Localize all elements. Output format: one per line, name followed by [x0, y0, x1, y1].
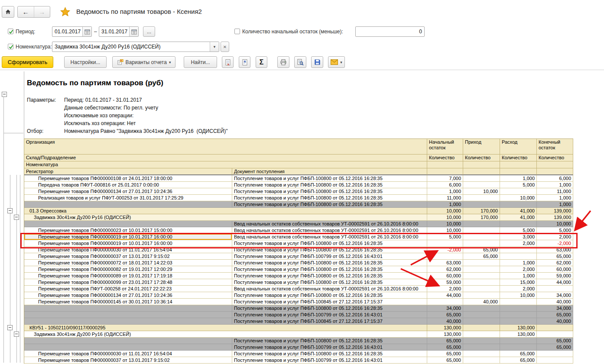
- document-cell[interactable]: Поступление товаров и услуг ПФБП-100845 …: [232, 299, 427, 305]
- value-cell[interactable]: 60,000: [537, 266, 573, 273]
- nomenclature-checkbox[interactable]: [8, 44, 13, 49]
- document-cell[interactable]: Поступление товаров и услуг ПФБП-100800 …: [232, 273, 427, 279]
- document-cell[interactable]: Поступление товаров и услуг ПФБП-100799 …: [232, 253, 427, 260]
- group-cell[interactable]: КВУ51 - 10502110/090117/0000295: [24, 325, 427, 331]
- value-cell[interactable]: 34,000: [537, 305, 573, 312]
- document-cell[interactable]: Поступление товаров и услуг ПФБП-100800 …: [232, 201, 427, 208]
- registrator-cell[interactable]: Перемещение товаров ПФ000000134 от 27.01…: [24, 188, 232, 195]
- document-cell[interactable]: Поступление товаров и услуг ПФБП-100800 …: [232, 351, 427, 357]
- value-cell[interactable]: 5,000: [500, 227, 537, 234]
- registrator-cell[interactable]: [24, 312, 232, 318]
- value-cell[interactable]: [463, 175, 500, 182]
- document-cell[interactable]: Ввод начальных остатков собственных това…: [232, 234, 427, 240]
- value-cell[interactable]: 59,000: [537, 273, 573, 279]
- header-expense[interactable]: Расход: [500, 139, 537, 155]
- value-cell[interactable]: 11,000: [427, 195, 463, 201]
- registrator-cell[interactable]: [24, 221, 232, 227]
- document-cell[interactable]: Поступление товаров и услуг ПФБП-100800 …: [232, 305, 427, 312]
- value-cell[interactable]: [500, 201, 537, 208]
- value-cell[interactable]: [463, 221, 500, 227]
- expand-groups-button[interactable]: a: [222, 56, 234, 68]
- value-cell[interactable]: [463, 325, 500, 331]
- value-cell[interactable]: 65,000: [500, 351, 537, 357]
- header-warehouse[interactable]: Склад/Подразделение: [24, 155, 427, 161]
- document-cell[interactable]: Поступление товаров и услуг ПФБП-100800 …: [232, 266, 427, 273]
- send-by-email-button[interactable]: ▾: [328, 56, 345, 68]
- value-cell[interactable]: -2,000: [427, 247, 463, 253]
- registrator-cell[interactable]: [24, 338, 232, 344]
- value-cell[interactable]: [500, 305, 537, 312]
- value-cell[interactable]: [427, 253, 463, 260]
- value-cell[interactable]: 139,000: [537, 208, 573, 214]
- value-cell[interactable]: [500, 344, 537, 351]
- value-cell[interactable]: 10,000: [427, 214, 463, 221]
- value-cell[interactable]: [463, 273, 500, 279]
- value-cell[interactable]: 34,000: [537, 292, 573, 299]
- registrator-cell[interactable]: [24, 344, 232, 351]
- registrator-cell[interactable]: Перемещение товаров ПФ000000019 от 10.01…: [24, 234, 232, 240]
- value-cell[interactable]: [463, 338, 500, 344]
- document-cell[interactable]: Поступление товаров и услуг ПФБП-100845 …: [232, 318, 427, 325]
- print-button[interactable]: [277, 56, 289, 68]
- document-cell[interactable]: Поступление товаров и услуг ПФБП-100800 …: [232, 240, 427, 247]
- value-cell[interactable]: 62,000: [427, 266, 463, 273]
- header-empty[interactable]: [427, 168, 463, 175]
- value-cell[interactable]: 40,000: [463, 299, 500, 305]
- value-cell[interactable]: 65,000: [463, 247, 500, 253]
- value-cell[interactable]: 10,000: [427, 221, 463, 227]
- value-cell[interactable]: [463, 305, 500, 312]
- value-cell[interactable]: 10,000: [427, 227, 463, 234]
- value-cell[interactable]: 1,000: [500, 273, 537, 279]
- value-cell[interactable]: 59,000: [427, 279, 463, 286]
- value-cell[interactable]: [500, 253, 537, 260]
- value-cell[interactable]: [537, 286, 573, 292]
- value-cell[interactable]: [537, 357, 573, 364]
- header-empty[interactable]: [500, 168, 537, 175]
- value-cell[interactable]: 44,000: [427, 292, 463, 299]
- calendar-icon[interactable]: [129, 27, 138, 36]
- value-cell[interactable]: 139,000: [537, 214, 573, 221]
- value-cell[interactable]: [463, 240, 500, 247]
- document-cell[interactable]: Ввод начальных остатков собственных това…: [232, 286, 427, 292]
- registrator-cell[interactable]: Перемещение товаров ПФУТ-000258 от 24.01…: [24, 286, 232, 292]
- report-variants-button[interactable]: Варианты отчета ▾: [112, 56, 175, 68]
- registrator-cell[interactable]: Перемещение товаров ПФ000000089 от 19.01…: [24, 273, 232, 279]
- value-cell[interactable]: 41,000: [500, 214, 537, 221]
- registrator-cell[interactable]: Перемещение товаров ПФ000000030 от 11.01…: [24, 351, 232, 357]
- value-cell[interactable]: 41,000: [500, 208, 537, 214]
- value-cell[interactable]: [537, 351, 573, 357]
- value-cell[interactable]: [463, 292, 500, 299]
- settings-button[interactable]: Настройки...: [64, 56, 107, 68]
- value-cell[interactable]: 2,000: [427, 286, 463, 292]
- period-to-value[interactable]: 31.01.2017: [99, 29, 129, 35]
- header-document[interactable]: Документ поступления: [232, 168, 427, 175]
- value-cell[interactable]: [463, 266, 500, 273]
- value-cell[interactable]: -2,000: [537, 240, 573, 247]
- value-cell[interactable]: [463, 227, 500, 234]
- collapse-groups-button[interactable]: a: [239, 56, 250, 68]
- collapse-group-button[interactable]: [14, 332, 19, 337]
- document-cell[interactable]: Поступление товаров и услуг ПФБП-100800 …: [232, 247, 427, 253]
- header-closing-balance[interactable]: Конечный остаток: [537, 139, 573, 155]
- header-empty[interactable]: [500, 161, 537, 168]
- period-checkbox[interactable]: [8, 29, 13, 34]
- value-cell[interactable]: 10,000: [500, 292, 537, 299]
- registrator-cell[interactable]: Перемещение товаров ПФ000000030 от 11.01…: [24, 247, 232, 253]
- collapse-group-button[interactable]: [7, 325, 13, 330]
- document-cell[interactable]: Поступление товаров и услуг ПФБП-100799 …: [232, 357, 427, 364]
- value-cell[interactable]: 6,000: [537, 175, 573, 182]
- value-cell[interactable]: 10,000: [500, 195, 537, 201]
- value-cell[interactable]: 2,000: [500, 266, 537, 273]
- value-cell[interactable]: 40,000: [537, 318, 573, 325]
- value-cell[interactable]: [537, 331, 573, 338]
- registrator-cell[interactable]: Перемещение товаров ПФ000000019 от 10.01…: [24, 240, 232, 247]
- registrator-cell[interactable]: Перемещение товаров ПФ000000037 от 13.01…: [24, 253, 232, 260]
- sum-button[interactable]: Σ: [256, 56, 267, 68]
- registrator-cell[interactable]: Реализация товаров и услуг ПФУТ-000253 о…: [24, 195, 232, 201]
- registrator-cell[interactable]: Перемещение товаров ПФ000000037 от 13.01…: [24, 357, 232, 364]
- chevron-down-icon[interactable]: ▾: [210, 42, 219, 52]
- value-cell[interactable]: [427, 299, 463, 305]
- header-opening-balance[interactable]: Начальный остаток: [427, 139, 463, 155]
- header-qty[interactable]: Количество: [500, 155, 537, 161]
- back-button[interactable]: ←: [18, 6, 34, 17]
